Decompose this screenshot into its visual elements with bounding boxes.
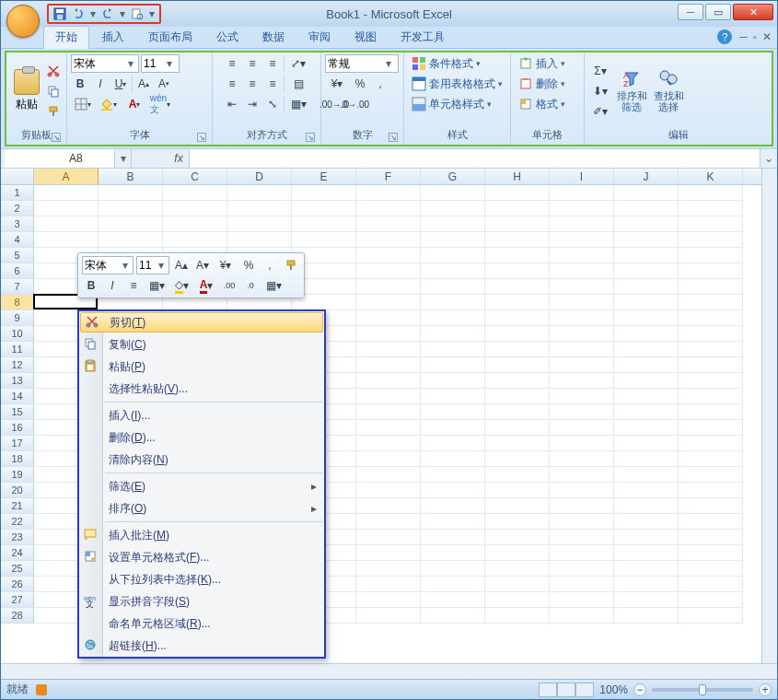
cell[interactable] <box>614 342 679 357</box>
column-header-F[interactable]: F <box>356 169 421 184</box>
cell[interactable] <box>614 389 679 404</box>
cell[interactable] <box>485 483 550 498</box>
insert-cells-button[interactable]: 插入▾ <box>515 54 569 73</box>
cell[interactable] <box>485 357 550 373</box>
row-header-9[interactable]: 9 <box>1 310 34 326</box>
cell[interactable] <box>356 451 421 467</box>
cell[interactable] <box>679 263 743 279</box>
cell[interactable] <box>99 185 163 201</box>
cell[interactable] <box>614 279 679 295</box>
cell[interactable] <box>485 263 550 279</box>
row-header-17[interactable]: 17 <box>1 436 34 451</box>
cell[interactable] <box>421 467 485 483</box>
mini-font-name[interactable]: ▾ <box>82 256 134 274</box>
formula-bar-expand[interactable]: ⌄ <box>761 152 777 165</box>
format-painter-button[interactable] <box>44 102 63 121</box>
clear-button[interactable]: ✐▾ <box>588 102 612 121</box>
cell[interactable] <box>163 185 227 201</box>
cell[interactable] <box>99 201 163 216</box>
cell[interactable] <box>421 608 485 624</box>
cell[interactable] <box>356 185 421 201</box>
cell[interactable] <box>292 232 356 248</box>
cell[interactable] <box>356 436 421 451</box>
name-box[interactable]: A8 <box>5 149 115 168</box>
cell[interactable] <box>614 592 679 608</box>
cell-styles-button[interactable]: 单元格样式▾ <box>408 95 495 113</box>
column-header-E[interactable]: E <box>292 169 356 184</box>
cell[interactable] <box>614 326 679 342</box>
cell[interactable] <box>485 342 550 357</box>
cell[interactable] <box>614 263 679 279</box>
cell[interactable] <box>679 279 743 295</box>
tab-review[interactable]: 审阅 <box>297 27 342 48</box>
mdi-restore[interactable]: ▫ <box>753 30 757 43</box>
cell[interactable] <box>614 577 679 592</box>
cell[interactable] <box>550 248 614 263</box>
cell[interactable] <box>421 498 485 514</box>
sort-filter-button[interactable]: AZ 排序和筛选 <box>614 69 649 112</box>
context-menu-item[interactable]: 插入批注(M) <box>79 524 324 546</box>
cell[interactable] <box>485 467 550 483</box>
row-header-24[interactable]: 24 <box>1 545 34 561</box>
cell[interactable] <box>356 248 421 263</box>
percent-button[interactable]: % <box>351 75 369 93</box>
maximize-button[interactable]: ▭ <box>705 4 731 20</box>
cell[interactable] <box>421 451 485 467</box>
cell[interactable] <box>614 514 679 530</box>
context-menu-item[interactable]: 粘贴(P) <box>79 356 324 378</box>
autosum-button[interactable]: Σ▾ <box>588 62 612 80</box>
align-left-button[interactable]: ≡ <box>223 75 241 93</box>
tab-formulas[interactable]: 公式 <box>205 27 250 48</box>
row-header-10[interactable]: 10 <box>1 326 34 342</box>
cell[interactable] <box>421 545 485 561</box>
column-header-A[interactable]: A <box>34 169 99 184</box>
help-button[interactable]: ? <box>717 29 732 44</box>
cell[interactable] <box>550 436 614 451</box>
cell[interactable] <box>485 420 550 436</box>
cell[interactable] <box>614 248 679 263</box>
cell[interactable] <box>421 373 485 389</box>
cell[interactable] <box>614 451 679 467</box>
context-menu-item[interactable]: 命名单元格区域(R)... <box>79 612 324 635</box>
wrap-text-button[interactable]: ▤ <box>286 75 310 93</box>
mini-font-size[interactable]: ▾ <box>136 256 169 274</box>
cell[interactable] <box>485 232 550 248</box>
cell[interactable] <box>550 279 614 295</box>
cell[interactable] <box>614 357 679 373</box>
cell[interactable] <box>679 436 743 451</box>
font-name-combo[interactable]: ▾ <box>71 54 139 73</box>
mini-align-center[interactable]: ≡ <box>124 276 143 295</box>
cell[interactable] <box>679 201 743 216</box>
cell[interactable] <box>550 530 614 545</box>
cell[interactable] <box>485 216 550 232</box>
bold-button[interactable]: B <box>71 75 89 93</box>
cell[interactable] <box>550 404 614 420</box>
context-menu-item[interactable]: 超链接(H)... <box>79 635 324 657</box>
row-header-7[interactable]: 7 <box>1 279 34 295</box>
cell[interactable] <box>550 310 614 326</box>
cell[interactable] <box>679 185 743 201</box>
mini-comma[interactable]: , <box>261 256 279 274</box>
align-middle-button[interactable]: ≡ <box>243 54 261 73</box>
row-header-11[interactable]: 11 <box>1 342 34 357</box>
cell[interactable] <box>614 483 679 498</box>
context-menu-item[interactable]: 设置单元格格式(F)... <box>79 546 324 568</box>
cell[interactable] <box>679 420 743 436</box>
cell[interactable] <box>679 592 743 608</box>
mini-accounting[interactable]: ¥▾ <box>215 256 237 274</box>
cell[interactable] <box>550 232 614 248</box>
cell[interactable] <box>614 561 679 577</box>
cell[interactable] <box>550 373 614 389</box>
cell[interactable] <box>614 404 679 420</box>
cell[interactable] <box>485 373 550 389</box>
tab-home[interactable]: 开始 <box>43 26 89 49</box>
cell[interactable] <box>421 577 485 592</box>
cell[interactable] <box>356 295 421 310</box>
cell[interactable] <box>485 326 550 342</box>
cell[interactable] <box>485 201 550 216</box>
row-header-22[interactable]: 22 <box>1 514 34 530</box>
tab-page-layout[interactable]: 页面布局 <box>137 27 203 48</box>
cell[interactable] <box>485 404 550 420</box>
increase-indent-button[interactable]: ⇥ <box>243 95 261 113</box>
cell[interactable] <box>550 483 614 498</box>
